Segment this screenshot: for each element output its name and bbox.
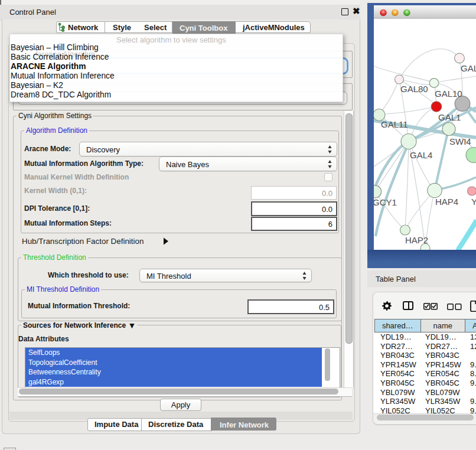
svg-text:GAL80: GAL80 bbox=[400, 84, 428, 94]
svg-text:GAL1: GAL1 bbox=[438, 112, 461, 122]
svg-text:GAL11: GAL11 bbox=[381, 119, 408, 129]
svg-text:HAP2: HAP2 bbox=[405, 235, 428, 245]
svg-text:Y: Y bbox=[471, 197, 476, 207]
svg-text:GCY1: GCY1 bbox=[374, 197, 397, 207]
svg-text:GAL10: GAL10 bbox=[435, 89, 462, 99]
svg-text:SWI4: SWI4 bbox=[449, 136, 471, 146]
svg-text:GAL4: GAL4 bbox=[410, 150, 432, 160]
svg-text:HAP4: HAP4 bbox=[435, 197, 458, 207]
svg-text:GAL7: GAL7 bbox=[461, 63, 476, 73]
